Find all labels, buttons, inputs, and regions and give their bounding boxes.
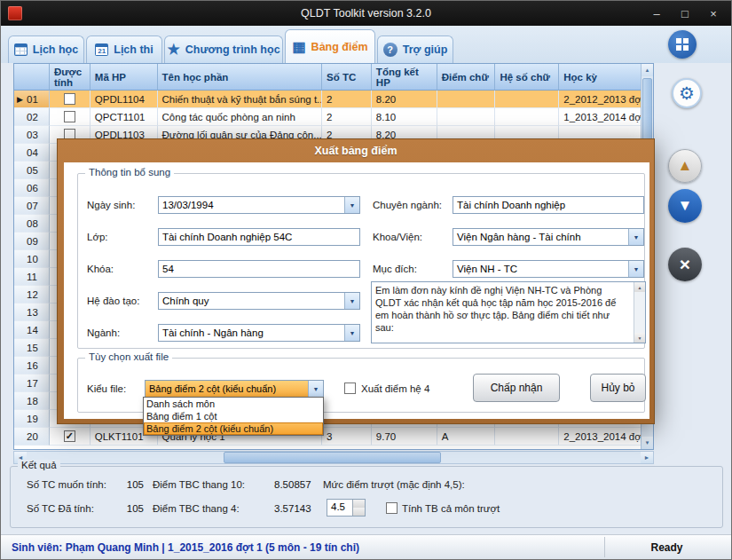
table-row[interactable]: 02QPCT1101Công tác quốc phòng an ninh28.… [14, 108, 641, 126]
col-header-ma-hp[interactable]: Mã HP [91, 64, 158, 91]
nganh-value: Tài chính - Ngân hàng [159, 325, 344, 341]
chevron-down-icon[interactable]: ▼ [344, 293, 359, 309]
window-controls: – □ × [644, 1, 726, 26]
minimize-button[interactable]: – [644, 4, 669, 22]
row-select-cell[interactable]: ✓ [50, 428, 91, 446]
he-dao-tao-combo[interactable]: Chính quy ▼ [158, 292, 360, 310]
chevron-down-icon[interactable]: ▼ [344, 325, 359, 341]
move-down-button[interactable]: ▼ [668, 189, 702, 223]
scroll-up-icon[interactable]: ▲ [634, 282, 645, 292]
info-groupbox: Thông tin bổ sung Ngày sinh: 13/03/1994 … [77, 173, 645, 349]
tab-tro-giup[interactable]: ? Trợ giúp [377, 35, 453, 63]
row-number: 02 [27, 112, 38, 122]
move-up-button[interactable]: ▲ [668, 149, 702, 183]
horizontal-scroll-thumb[interactable] [224, 452, 441, 463]
tab-lich-thi[interactable]: 21 Lịch thi [86, 35, 162, 63]
muc-dich-combo[interactable]: Viện NH - TC ▼ [453, 260, 644, 278]
filetype-dropdown: Danh sách mônBảng điểm 1 cộtBảng điểm 2 … [143, 397, 324, 436]
table-row[interactable]: 20✓QLKT1101Quản lý học 139.70A2_2013_201… [14, 428, 641, 446]
row-header-cell: 14 [14, 321, 50, 339]
dropdown-item[interactable]: Danh sách môn [144, 398, 323, 410]
tb-truot-checkbox[interactable] [386, 502, 397, 514]
chuyen-nganh-field[interactable]: Tài chính Doanh nghiệp [453, 196, 644, 214]
row-select-cell[interactable] [50, 108, 91, 126]
note-textarea[interactable]: Em làm đơn này kính đề nghị Viện NH-TC v… [371, 281, 646, 343]
tab-bang-diem[interactable]: ▦ Bảng điểm [285, 29, 375, 63]
tc-muon-label: Số TC muốn tính: [27, 477, 106, 492]
settings-button[interactable]: ⚙ [672, 78, 702, 108]
windows-menu-button[interactable] [668, 30, 697, 59]
row-number: 05 [27, 165, 38, 176]
he4-checkbox[interactable] [344, 383, 356, 394]
ngay-sinh-combo[interactable]: 13/03/1994 ▼ [158, 196, 360, 214]
cell-tk: 9.70 [372, 428, 437, 446]
col-header-diem-chu[interactable]: Điểm chữ [437, 64, 496, 91]
close-circle-button[interactable]: × [668, 248, 702, 281]
chuyen-nganh-value: Tài chính Doanh nghiệp [453, 200, 569, 210]
cell-hk: 2_2013_2014 đợt [559, 428, 641, 446]
row-select-cell[interactable] [50, 91, 91, 108]
spin-up-icon[interactable] [353, 500, 365, 508]
tab-chuong-trinh-hoc[interactable]: ★ Chương trình học [164, 35, 283, 63]
row-checkbox[interactable] [64, 111, 75, 122]
accept-button[interactable]: Chấp nhận [473, 374, 560, 402]
note-scrollbar[interactable]: ▲ ▼ [634, 282, 645, 343]
scroll-right-icon[interactable]: ► [641, 452, 653, 463]
fail-threshold-stepper[interactable]: 4.5 [327, 499, 366, 517]
chevron-down-icon[interactable]: ▼ [628, 261, 643, 277]
row-number: 03 [27, 130, 38, 140]
tbc4-value: 3.57143 [274, 501, 311, 516]
nganh-combo[interactable]: Tài chính - Ngân hàng ▼ [158, 324, 360, 342]
cell-tk: 8.20 [372, 91, 437, 108]
dropdown-item[interactable]: Bảng điểm 2 cột (kiểu chuẩn) [144, 422, 323, 435]
horizontal-scrollbar[interactable]: ◄ ► [13, 451, 654, 464]
chevron-down-icon[interactable]: ▼ [628, 229, 643, 245]
chevron-down-icon[interactable]: ▼ [308, 381, 323, 397]
row-number: 13 [27, 307, 38, 318]
col-header-hoc-ky[interactable]: Học kỳ [559, 64, 641, 91]
maximize-button[interactable]: □ [673, 4, 697, 22]
student-status-text: Sinh viên: Phạm Quang Minh | 1_2015_2016… [12, 535, 359, 560]
grid-corner-cell[interactable] [14, 64, 50, 91]
app-window: QLDT Toolkit version 3.2.0 – □ × Lịch họ… [0, 0, 732, 560]
calendar-day-number: 21 [96, 47, 107, 55]
scroll-down-icon[interactable]: ▼ [634, 333, 645, 343]
scroll-up-icon[interactable]: ▲ [641, 64, 653, 76]
khoa-field[interactable]: 54 [158, 260, 360, 278]
chevron-down-icon[interactable]: ▼ [344, 197, 359, 213]
khoa-vien-combo[interactable]: Viện Ngân hàng - Tài chính ▼ [453, 228, 644, 246]
row-header-cell: 12 [14, 286, 50, 304]
tab-lich-hoc[interactable]: Lịch học [8, 35, 84, 63]
row-header-cell: ▶01 [14, 91, 50, 108]
row-checkbox[interactable]: ✓ [64, 430, 75, 442]
ngay-sinh-label: Ngày sinh: [87, 196, 135, 214]
cell-hs [495, 428, 559, 446]
cell-ten: Chiến thuật và kỹ thuật bắn súng t... [158, 91, 322, 108]
row-header-cell: 03 [14, 126, 50, 144]
row-number: 17 [27, 378, 38, 389]
close-button[interactable]: × [701, 4, 726, 22]
lop-field[interactable]: Tài chính Doanh nghiệp 54C [158, 228, 360, 246]
col-header-he-so-chu[interactable]: Hệ số chữ [495, 64, 559, 91]
dropdown-item[interactable]: Bảng điểm 1 cột [144, 410, 323, 422]
tab-bar: Lịch học 21 Lịch thi ★ Chương trình học … [1, 26, 731, 63]
col-header-tong-ket-hp[interactable]: Tổng kết HP [372, 64, 437, 91]
col-header-duoc-tinh[interactable]: Được tính [50, 64, 91, 91]
spin-down-icon[interactable] [353, 508, 365, 516]
row-header-cell: 08 [14, 215, 50, 233]
row-checkbox[interactable] [64, 93, 75, 105]
fail-threshold-value[interactable]: 4.5 [327, 500, 352, 516]
cell-tk: 8.10 [372, 108, 437, 126]
col-header-ten-hoc-phan[interactable]: Tên học phần [158, 64, 322, 91]
row-number: 12 [27, 289, 38, 300]
khoa-value: 54 [159, 264, 177, 274]
table-row[interactable]: ▶01QPDL1104Chiến thuật và kỹ thuật bắn s… [14, 91, 641, 108]
col-header-so-tc[interactable]: Số TC [322, 64, 372, 91]
row-header-cell: 02 [14, 108, 50, 126]
file-type-combo[interactable]: Bảng điểm 2 cột (kiểu chuẩn) ▼ [145, 380, 324, 398]
khoa-vien-label: Khoa/Viện: [373, 228, 422, 246]
he4-checkbox-label: Xuất điểm hệ 4 [361, 380, 429, 398]
cell-dc [437, 108, 496, 126]
cancel-button[interactable]: Hủy bỏ [590, 374, 646, 402]
scroll-down-icon[interactable]: ▼ [641, 437, 653, 449]
